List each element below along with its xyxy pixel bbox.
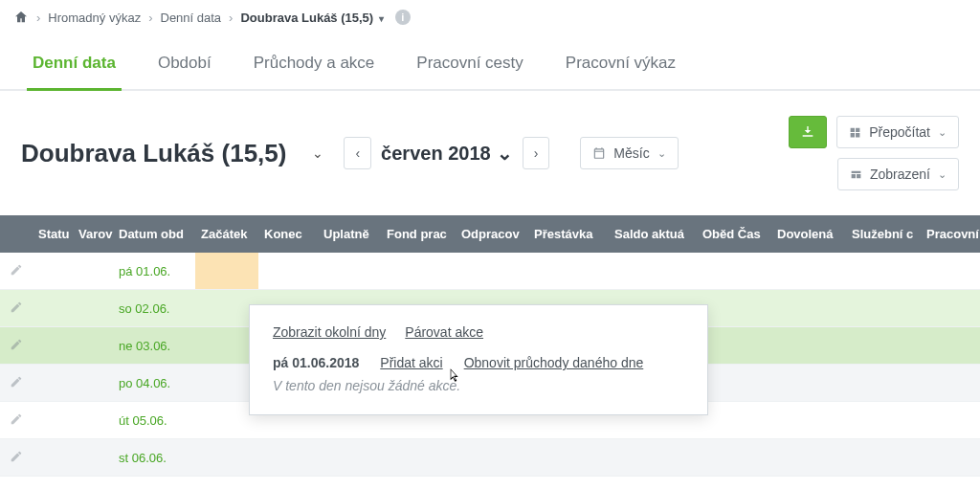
col-obed[interactable]: Oběd Čas — [697, 227, 771, 241]
col-saldo[interactable]: Saldo aktuá — [609, 227, 697, 241]
tab-denni-data[interactable]: Denní data — [27, 44, 122, 91]
table-row[interactable]: st 06.06. — [0, 439, 980, 477]
pencil-icon — [10, 414, 23, 429]
col-odprac[interactable]: Odpracov — [456, 227, 528, 241]
breadcrumb-link[interactable]: Denní data — [161, 11, 222, 25]
col-fond[interactable]: Fond prac — [381, 227, 456, 241]
breadcrumb: › Hromadný výkaz › Denní data › Doubrava… — [0, 0, 980, 31]
link-add-action[interactable]: Přidat akci — [380, 355, 442, 370]
cell-datum[interactable]: pá 01.06. — [113, 264, 195, 278]
cell-datum[interactable]: út 05.06. — [113, 413, 195, 428]
edit-row-button[interactable] — [0, 300, 33, 317]
col-uplatneni[interactable]: Uplatně — [318, 227, 381, 241]
pencil-icon — [10, 265, 23, 279]
day-detail-popover: Zobrazit okolní dny Párovat akce pá 01.0… — [249, 304, 708, 415]
popover-date: pá 01.06.2018 — [273, 355, 359, 370]
chevron-left-icon: ‹ — [355, 145, 360, 161]
col-konec[interactable]: Konec — [258, 227, 318, 241]
col-dovolena[interactable]: Dovolená — [771, 227, 846, 241]
pencil-icon — [10, 340, 23, 354]
col-prestavka[interactable]: Přestávka — [528, 227, 609, 241]
tab-cesty[interactable]: Pracovní cesty — [411, 44, 529, 91]
edit-row-button[interactable] — [0, 450, 33, 466]
table-header: Statu Varov Datum obd Začátek Konec Upla… — [0, 215, 980, 253]
chevron-down-icon: ⌄ — [657, 147, 666, 160]
link-restore-passes[interactable]: Obnovit průchody daného dne — [464, 355, 644, 370]
chevron-right-icon: › — [148, 11, 152, 25]
range-mode-button[interactable]: Měsíc ⌄ — [580, 137, 678, 169]
chevron-down-icon: ⌄ — [312, 145, 323, 161]
col-sluzebni[interactable]: Služební c — [846, 227, 921, 241]
chevron-down-icon: ▾ — [379, 13, 384, 24]
edit-row-button[interactable] — [0, 375, 33, 391]
edit-row-button[interactable] — [0, 263, 33, 279]
person-title: Doubrava Lukáš (15,5) — [21, 139, 286, 168]
tab-pruchody[interactable]: Průchody a akce — [248, 44, 381, 91]
person-dropdown[interactable]: ⌄ — [305, 141, 330, 166]
chevron-right-icon: › — [534, 145, 539, 161]
cell-datum[interactable]: so 02.06. — [113, 301, 195, 316]
edit-row-button[interactable] — [0, 412, 33, 429]
recalc-button[interactable]: Přepočítat ⌄ — [836, 116, 959, 148]
tab-vykaz[interactable]: Pracovní výkaz — [560, 44, 681, 91]
tabs: Denní data Období Průchody a akce Pracov… — [0, 31, 980, 91]
chevron-down-icon: ⌄ — [938, 168, 947, 181]
col-status[interactable]: Statu — [33, 227, 73, 241]
col-pracovni[interactable]: Pracovní — [921, 227, 980, 241]
chevron-down-icon: ⌄ — [938, 126, 947, 139]
popover-empty-note: V tento den nejsou žádné akce. — [273, 378, 684, 393]
home-icon[interactable] — [13, 10, 29, 25]
cell-datum[interactable]: po 04.06. — [113, 376, 195, 390]
tab-obdobi[interactable]: Období — [152, 44, 217, 91]
cell-zacatek[interactable] — [195, 253, 258, 289]
col-varovani[interactable]: Varov — [73, 227, 113, 241]
link-pair-actions[interactable]: Párovat akce — [405, 324, 483, 340]
chevron-down-icon: ⌄ — [497, 142, 513, 165]
header-bar: Doubrava Lukáš (15,5) ⌄ ‹ červen 2018 ⌄ … — [0, 91, 980, 215]
calendar-icon — [592, 146, 606, 160]
edit-row-button[interactable] — [0, 338, 33, 354]
cell-datum[interactable]: st 06.06. — [113, 451, 195, 465]
table-row[interactable]: pá 01.06. — [0, 253, 980, 290]
col-zacatek[interactable]: Začátek — [195, 227, 258, 241]
view-button[interactable]: Zobrazení ⌄ — [837, 158, 959, 190]
cell-datum[interactable]: ne 03.06. — [113, 339, 195, 353]
breadcrumb-current[interactable]: Doubrava Lukáš (15,5) ▾ — [240, 11, 383, 25]
pencil-icon — [10, 377, 23, 391]
layout-icon — [850, 168, 862, 181]
tree-action-button[interactable] — [789, 116, 827, 148]
period-label[interactable]: červen 2018 ⌄ — [371, 142, 523, 165]
pencil-icon — [10, 302, 23, 317]
grid-icon — [849, 126, 861, 139]
breadcrumb-link[interactable]: Hromadný výkaz — [48, 11, 141, 25]
info-icon[interactable]: i — [395, 10, 411, 25]
period-navigator: ‹ červen 2018 ⌄ › — [344, 137, 549, 169]
chevron-right-icon: › — [36, 11, 40, 25]
chevron-right-icon: › — [229, 11, 233, 25]
pencil-icon — [10, 452, 23, 466]
col-datum[interactable]: Datum obd — [113, 227, 195, 241]
next-period-button[interactable]: › — [523, 137, 550, 169]
prev-period-button[interactable]: ‹ — [344, 137, 371, 169]
link-surrounding-days[interactable]: Zobrazit okolní dny — [273, 324, 386, 340]
